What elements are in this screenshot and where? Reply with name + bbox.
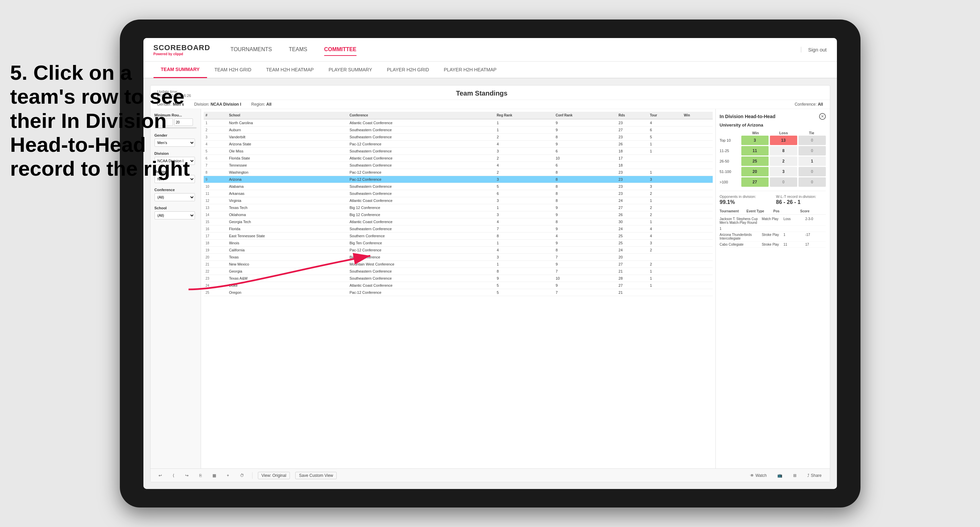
copy-button[interactable]: ⎘	[197, 472, 204, 479]
table-row[interactable]: 14 Oklahoma Big 12 Conference 3 9 26 2	[204, 211, 713, 218]
table-row[interactable]: 3 Vanderbilt Southeastern Conference 2 8…	[204, 133, 713, 141]
h2h-2650-win: 25	[741, 157, 768, 166]
cell-tour: 4	[648, 119, 682, 127]
cell-conference: Southeastern Conference	[347, 225, 495, 233]
cell-school: Florida State	[227, 155, 347, 162]
h2h-close-button[interactable]: ✕	[819, 113, 826, 120]
cell-school: North Carolina	[227, 119, 347, 127]
filter-school-select[interactable]: (All)	[154, 211, 195, 219]
h2h-2650-tie: 1	[799, 157, 826, 166]
tournament-row-4[interactable]: Cabo Collegiate Stroke Play 11 17	[720, 241, 826, 248]
nav-tournaments[interactable]: TOURNAMENTS	[230, 44, 272, 56]
h2h-row-100plus[interactable]: >100 27 0 0	[720, 177, 826, 187]
h2h-row-11-25[interactable]: 11-25 11 8 0	[720, 146, 826, 156]
cell-conf-rank: 8	[554, 197, 617, 204]
cell-conf-rank: 7	[554, 289, 617, 296]
h2h-top10-win: 3	[741, 136, 768, 145]
h2h-100plus-loss: 0	[770, 177, 797, 187]
h2h-record-stat: W-L-T record in-division: 86 - 26 - 1	[776, 195, 826, 205]
view-original-button[interactable]: View: Original	[258, 472, 290, 479]
h2h-col-tie: Tie	[797, 131, 826, 135]
subnav-player-summary[interactable]: PLAYER SUMMARY	[321, 62, 379, 78]
cell-conference: Southeastern Conference	[347, 133, 495, 141]
table-row[interactable]: 4 Arizona State Pac-12 Conference 4 9 26…	[204, 141, 713, 148]
cell-tour: 2	[648, 204, 682, 211]
cell-conference: Southeastern Conference	[347, 148, 495, 155]
nav-teams[interactable]: TEAMS	[289, 44, 307, 56]
tournament-row-2[interactable]: 1	[720, 226, 826, 232]
table-row[interactable]: 19 California Pac-12 Conference 4 8 24 2	[204, 247, 713, 254]
table-row[interactable]: 5 Ole Miss Southeastern Conference 3 6 1…	[204, 148, 713, 155]
table-row[interactable]: 25 Oregon Pac-12 Conference 5 7 21	[204, 289, 713, 296]
cell-rds: 27	[616, 204, 648, 211]
share-button[interactable]: ⤴ Share	[805, 472, 824, 479]
cell-win	[682, 183, 712, 190]
cell-school: Texas Tech	[227, 204, 347, 211]
filter-conference-select[interactable]: (All)	[154, 193, 195, 201]
cell-win	[682, 289, 712, 296]
step-back-button[interactable]: ⟨	[170, 472, 177, 479]
table-row[interactable]: 16 Florida Southeastern Conference 7 9 2…	[204, 225, 713, 233]
cell-rds: 17	[616, 155, 648, 162]
table-row[interactable]: 18 Illinois Big Ten Conference 1 9 25 3	[204, 240, 713, 247]
table-row[interactable]: 1 North Carolina Atlantic Coast Conferen…	[204, 119, 713, 127]
table-row[interactable]: 20 Texas Big 12 Conference 3 7 20	[204, 254, 713, 261]
table-row[interactable]: 7 Tennessee Southeastern Conference 4 6 …	[204, 162, 713, 169]
save-custom-button[interactable]: Save Custom View	[295, 472, 337, 479]
table-row[interactable]: 10 Alabama Southeastern Conference 5 8 2…	[204, 183, 713, 190]
cell-tour	[648, 254, 682, 261]
meta-conference: Conference: All	[794, 102, 823, 107]
display-button[interactable]: 📺	[775, 472, 785, 479]
redo-button[interactable]: ↪	[183, 472, 191, 479]
table-row[interactable]: 15 Georgia Tech Atlantic Coast Conferenc…	[204, 218, 713, 225]
table-row[interactable]: 2 Auburn Southeastern Conference 1 9 27 …	[204, 127, 713, 133]
subnav-player-h2h-grid[interactable]: PLAYER H2H GRID	[379, 62, 436, 78]
nav-committee[interactable]: COMMITTEE	[324, 44, 356, 56]
h2h-row-51-100[interactable]: 51-100 20 3 0	[720, 167, 826, 176]
cell-tour: 1	[648, 268, 682, 275]
cell-win	[682, 275, 712, 282]
table-row[interactable]: 23 Texas A&M Southeastern Conference 9 1…	[204, 275, 713, 282]
table-row[interactable]: 13 Texas Tech Big 12 Conference 1 9 27 2	[204, 204, 713, 211]
time-button[interactable]: ⏱	[237, 472, 247, 479]
cell-conference: Southern Conference	[347, 233, 495, 240]
h2h-row-top10[interactable]: Top 10 3 13 0	[720, 136, 826, 145]
undo-button[interactable]: ↩	[156, 472, 165, 479]
cell-conference: Southeastern Conference	[347, 190, 495, 197]
subnav-player-h2h-heatmap[interactable]: PLAYER H2H HEATMAP	[436, 62, 504, 78]
subnav-team-h2h-grid[interactable]: TEAM H2H GRID	[207, 62, 259, 78]
col-reg-rank: Reg Rank	[495, 112, 554, 119]
table-row[interactable]: 12 Virginia Atlantic Coast Conference 3 …	[204, 197, 713, 204]
tournament-row-1[interactable]: Jackson T. Stephens Cup Men's Match-Play…	[720, 216, 826, 226]
grid-button[interactable]: ⊞	[791, 472, 799, 479]
cell-rank: 19	[204, 247, 227, 254]
cell-conference: Atlantic Coast Conference	[347, 197, 495, 204]
cell-conf-rank: 8	[554, 218, 617, 225]
layout-button[interactable]: ▦	[210, 472, 219, 479]
sign-out-button[interactable]: Sign out	[801, 47, 826, 52]
col-school: School	[227, 112, 347, 119]
h2h-header: In Division Head-to-Head ✕	[720, 113, 826, 120]
cell-rds: 24	[616, 247, 648, 254]
separator	[252, 472, 253, 479]
h2h-tournaments: Tournament Event Type Pos Score Jackson …	[720, 210, 826, 248]
cell-conf-rank: 8	[554, 190, 617, 197]
table-row[interactable]: 8 Washington Pac-12 Conference 2 8 23 1	[204, 169, 713, 176]
h2h-row-26-50[interactable]: 26-50 25 2 1	[720, 157, 826, 166]
h2h-51100-loss: 3	[770, 167, 797, 176]
table-row[interactable]: 9 Arizona Pac-12 Conference 3 8 23 3	[204, 176, 713, 183]
table-row[interactable]: 6 Florida State Atlantic Coast Conferenc…	[204, 155, 713, 162]
watch-button[interactable]: 👁 Watch	[748, 472, 770, 479]
tournament-row-3[interactable]: Arizona Thunderbirds Intercollegiate Str…	[720, 232, 826, 241]
table-row[interactable]: 11 Arkansas Southeastern Conference 6 8 …	[204, 190, 713, 197]
table-row[interactable]: 24 Duke Atlantic Coast Conference 5 9 27…	[204, 282, 713, 289]
cell-win	[682, 133, 712, 141]
cell-reg-rank: 8	[495, 233, 554, 240]
table-row[interactable]: 22 Georgia Southeastern Conference 8 7 2…	[204, 268, 713, 275]
cell-win	[682, 233, 712, 240]
table-row[interactable]: 21 New Mexico Mountain West Conference 1…	[204, 261, 713, 268]
add-button[interactable]: +	[224, 472, 232, 479]
table-row[interactable]: 17 East Tennessee State Southern Confere…	[204, 233, 713, 240]
subnav-team-h2h-heatmap[interactable]: TEAM H2H HEATMAP	[259, 62, 321, 78]
col-win: Win	[682, 112, 712, 119]
